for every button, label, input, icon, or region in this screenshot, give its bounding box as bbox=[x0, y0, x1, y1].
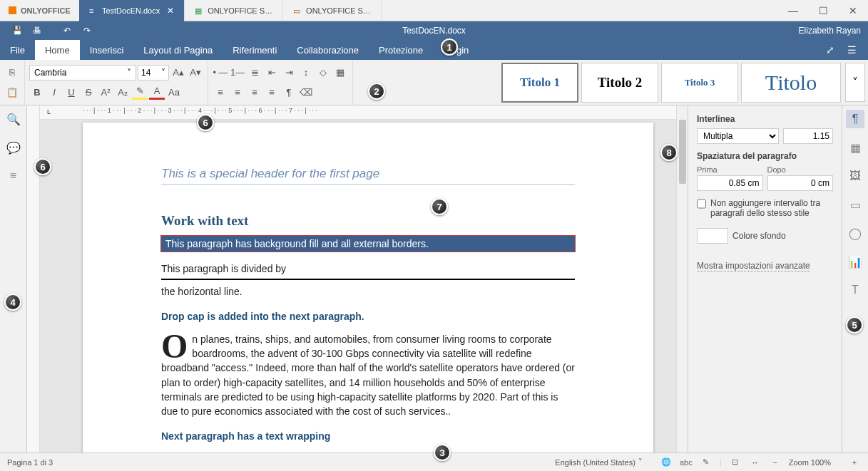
line-spacing-icon[interactable]: ↕ bbox=[298, 65, 314, 81]
open-location-icon[interactable]: ⤢ bbox=[820, 44, 841, 56]
clear-format-icon[interactable]: ◇ bbox=[315, 65, 331, 81]
scroll-thumb[interactable] bbox=[679, 120, 686, 184]
tab-header-icon[interactable]: ▭ bbox=[846, 195, 864, 214]
highlight-icon[interactable]: ✎ bbox=[132, 84, 148, 100]
align-right-icon[interactable]: ≡ bbox=[247, 84, 262, 100]
menu-collaborazione[interactable]: Collaborazione bbox=[287, 40, 369, 60]
fit-page-icon[interactable]: ⊡ bbox=[729, 456, 742, 469]
document-area[interactable]: L · · · | · · · 1 · · · | · · · 2 · · · … bbox=[40, 105, 676, 452]
page[interactable]: This is a special header for the first p… bbox=[83, 123, 653, 452]
align-justify-icon[interactable]: ≡ bbox=[264, 84, 280, 100]
decrease-indent-icon[interactable]: ⇤ bbox=[264, 65, 280, 81]
menu-home[interactable]: Home bbox=[35, 40, 80, 60]
style-titolo[interactable]: Titolo bbox=[741, 63, 841, 103]
increase-font-icon[interactable]: A▴ bbox=[170, 65, 186, 81]
menu-protezione[interactable]: Protezione bbox=[369, 40, 433, 60]
increase-indent-icon[interactable]: ⇥ bbox=[281, 65, 297, 81]
minimize-button[interactable]: — bbox=[778, 0, 808, 21]
align-center-icon[interactable]: ≡ bbox=[230, 84, 245, 100]
interlinea-mode-select[interactable]: Multipla bbox=[697, 128, 779, 144]
tab-chart-icon[interactable]: 📊 bbox=[846, 252, 864, 271]
title-bar: ONLYOFFICE ≡ TestDocEN.docx ✕ ▦ ONLYOFFI… bbox=[0, 0, 868, 21]
track-changes-icon[interactable]: ✎ bbox=[700, 456, 713, 469]
advanced-settings-link[interactable]: Mostra impostazioni avanzate bbox=[697, 261, 810, 271]
pilcrow-icon[interactable]: ¶ bbox=[281, 84, 297, 100]
interlinea-value-input[interactable] bbox=[783, 128, 833, 144]
body-paragraph[interactable]: On planes, trains, ships, and automobile… bbox=[161, 332, 575, 419]
globe-icon[interactable]: 🌐 bbox=[660, 456, 673, 469]
copy-icon[interactable]: ⎘ bbox=[4, 65, 20, 81]
next-paragraph[interactable]: Next paragraph has a text wrapping bbox=[161, 429, 575, 443]
strike-icon[interactable]: S bbox=[81, 84, 96, 100]
font-color-icon[interactable]: A bbox=[149, 84, 165, 100]
menu-riferimenti[interactable]: Riferimenti bbox=[223, 40, 287, 60]
tab-stop-marker[interactable]: L bbox=[47, 108, 54, 115]
spacing-before-input[interactable] bbox=[697, 175, 763, 191]
menu-layout[interactable]: Layout di Pagina bbox=[133, 40, 223, 60]
italic-icon[interactable]: I bbox=[46, 84, 62, 100]
menu-file[interactable]: File bbox=[0, 40, 35, 60]
tab-slide[interactable]: ▭ ONLYOFFICE S… bbox=[283, 0, 382, 21]
style-titolo-1[interactable]: Titolo 1 bbox=[501, 63, 578, 103]
fit-width-icon[interactable]: ↔ bbox=[749, 456, 762, 469]
shading-icon[interactable]: ▦ bbox=[332, 65, 348, 81]
style-titolo-2[interactable]: Titolo 2 bbox=[581, 63, 658, 103]
after-label: Dopo bbox=[767, 165, 834, 174]
undo-icon[interactable]: ↶ bbox=[57, 26, 77, 36]
checkbox-input[interactable] bbox=[697, 199, 706, 209]
decrease-font-icon[interactable]: A▾ bbox=[188, 65, 203, 81]
menu-inserisci[interactable]: Inserisci bbox=[80, 40, 134, 60]
bullets-icon[interactable]: • — bbox=[213, 65, 228, 81]
save-icon[interactable]: 💾 bbox=[7, 26, 27, 36]
bgcolor-swatch[interactable] bbox=[697, 228, 728, 244]
tab-paragraph-icon[interactable]: ¶ bbox=[846, 110, 864, 128]
tab-sheet[interactable]: ▦ ONLYOFFICE S… bbox=[185, 0, 283, 21]
comments-icon[interactable]: 💬 bbox=[6, 140, 21, 155]
doc-icon: ≡ bbox=[89, 6, 98, 15]
close-icon[interactable]: ✕ bbox=[167, 6, 174, 16]
maximize-button[interactable]: ☐ bbox=[808, 0, 838, 21]
user-name[interactable]: Elizabeth Rayan bbox=[799, 26, 861, 36]
vertical-scrollbar[interactable] bbox=[676, 105, 688, 452]
close-button[interactable]: ✕ bbox=[838, 0, 868, 21]
subheading-dropcap[interactable]: Drop cap is added into the next paragrap… bbox=[161, 309, 575, 324]
page-info[interactable]: Pagina 1 di 3 bbox=[7, 458, 53, 467]
underline-icon[interactable]: U bbox=[63, 84, 79, 100]
para-split-2[interactable]: the horizontal line. bbox=[161, 284, 575, 299]
tab-doc[interactable]: ≡ TestDocEN.docx ✕ bbox=[79, 0, 185, 21]
style-titolo-3[interactable]: Titolo 3 bbox=[661, 63, 738, 103]
para-split-1[interactable]: This paragraph is divided by bbox=[161, 262, 575, 276]
change-case-icon[interactable]: Aa bbox=[166, 84, 182, 100]
paste-icon[interactable]: 📋 bbox=[4, 84, 20, 100]
bold-icon[interactable]: B bbox=[29, 84, 45, 100]
print-icon[interactable]: 🖶 bbox=[27, 26, 47, 36]
spacing-after-input[interactable] bbox=[767, 175, 834, 191]
zoom-level[interactable]: Zoom 100% bbox=[789, 458, 831, 467]
spellcheck-icon[interactable]: abc bbox=[680, 456, 693, 469]
zoom-out-icon[interactable]: − bbox=[769, 456, 782, 469]
zoom-in-icon[interactable]: + bbox=[848, 456, 861, 469]
page-header[interactable]: This is a special header for the first p… bbox=[161, 167, 575, 185]
view-menu-icon[interactable]: ☰ bbox=[841, 44, 862, 56]
highlighted-paragraph[interactable]: This paragraph has background fill and a… bbox=[161, 236, 575, 252]
tab-shape-icon[interactable]: ◯ bbox=[846, 224, 864, 242]
tab-table-icon[interactable]: ▦ bbox=[846, 138, 864, 157]
eraser-icon[interactable]: ⌫ bbox=[298, 84, 314, 100]
no-add-space-checkbox[interactable]: Non aggiungere intervallo tra paragrafi … bbox=[697, 198, 833, 218]
language-select[interactable]: English (United States) ˅ bbox=[555, 457, 643, 467]
redo-icon[interactable]: ↷ bbox=[77, 26, 97, 36]
numbering-icon[interactable]: 1— bbox=[230, 65, 245, 81]
search-icon[interactable]: 🔍 bbox=[6, 111, 21, 127]
subscript-icon[interactable]: A₂ bbox=[115, 84, 131, 100]
heading-work-with-text[interactable]: Work with text bbox=[161, 213, 575, 229]
tab-textart-icon[interactable]: T bbox=[846, 281, 864, 299]
align-left-icon[interactable]: ≡ bbox=[213, 84, 228, 100]
multilevel-icon[interactable]: ≣ bbox=[247, 65, 262, 81]
styles-dropdown[interactable]: ˅ bbox=[845, 63, 865, 102]
headings-icon[interactable]: ≡ bbox=[6, 168, 21, 184]
superscript-icon[interactable]: A² bbox=[98, 84, 113, 100]
font-size-select[interactable]: 14 ˅ bbox=[138, 65, 169, 81]
font-name-select[interactable]: Cambria ˅ bbox=[29, 65, 136, 81]
horizontal-ruler[interactable]: L · · · | · · · 1 · · · | · · · 2 · · · … bbox=[40, 105, 676, 120]
tab-image-icon[interactable]: 🖼 bbox=[846, 167, 864, 185]
